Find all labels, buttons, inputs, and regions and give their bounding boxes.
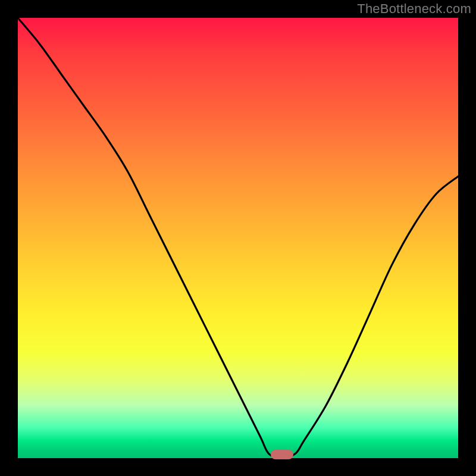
chart-frame: TheBottleneck.com — [0, 0, 476, 476]
curve-path — [18, 18, 458, 458]
plot-area — [18, 18, 458, 458]
optimal-marker — [271, 450, 293, 459]
watermark-text: TheBottleneck.com — [357, 1, 471, 17]
curve-svg — [18, 18, 458, 458]
